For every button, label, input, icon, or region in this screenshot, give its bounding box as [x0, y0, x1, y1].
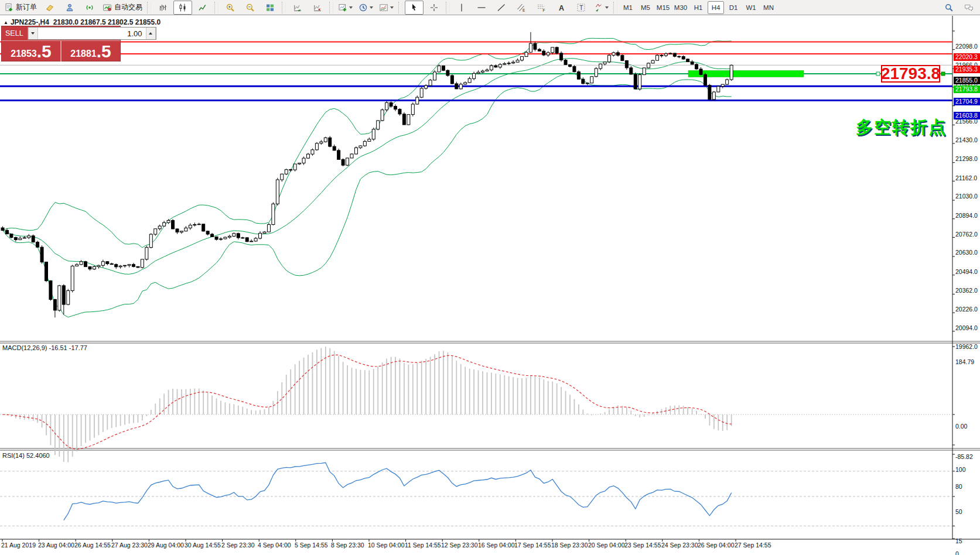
chinese-annotation-text[interactable]: 多空转折点: [842, 116, 947, 139]
candle-body: [542, 51, 545, 55]
candle-body: [503, 64, 506, 64]
time-tick-label: 23 Sep 14:55: [624, 542, 661, 549]
price-annotation-label[interactable]: 21793.8: [881, 65, 940, 83]
candle-body: [560, 53, 563, 60]
periods-button[interactable]: [356, 1, 375, 15]
template-icon: [379, 3, 388, 12]
line-handle[interactable]: [941, 72, 945, 76]
candle-body: [699, 69, 702, 74]
candle-body: [76, 265, 78, 266]
timeframe-h4-button[interactable]: H4: [708, 1, 724, 14]
equidistant-channel-button[interactable]: E: [512, 1, 531, 15]
auto-scroll-button[interactable]: [288, 1, 307, 15]
candle-body: [259, 233, 262, 238]
candle-body: [263, 232, 266, 233]
candle-body: [529, 43, 532, 52]
cursor-button[interactable]: [405, 1, 424, 15]
timeframe-m1-button[interactable]: M1: [620, 1, 636, 14]
vertical-line-button[interactable]: [452, 1, 471, 15]
buy-price[interactable]: 21881.5: [62, 41, 120, 61]
timeframe-d1-button[interactable]: D1: [725, 1, 742, 14]
autotrade-icon: [103, 3, 112, 12]
candle-body: [136, 266, 139, 268]
candle-body: [616, 53, 619, 56]
line-chart-button[interactable]: [193, 1, 212, 15]
toolbar-separator: [329, 2, 333, 13]
bar-chart-button[interactable]: [153, 1, 172, 15]
signals-button[interactable]: [80, 1, 99, 15]
newchart-icon: [338, 3, 347, 12]
horizontal-line-button[interactable]: [472, 1, 491, 15]
candle-body: [189, 225, 192, 228]
new-chart-button[interactable]: [336, 1, 355, 15]
timeframe-w1-button[interactable]: W1: [743, 1, 759, 14]
candle-body: [459, 84, 462, 89]
volume-decrease-button[interactable]: [28, 28, 38, 39]
candle-body: [691, 62, 694, 64]
svg-text:E: E: [523, 8, 525, 12]
candle-body: [254, 238, 257, 241]
candle-body: [276, 180, 279, 204]
time-tick-label: 10 Sep 04:00: [368, 542, 404, 549]
zoom-out-button[interactable]: [241, 1, 259, 15]
dropdown-arrow-icon: [605, 6, 609, 9]
price-badge: 21603.8: [954, 112, 980, 119]
search-button[interactable]: [940, 1, 958, 15]
chat-button[interactable]: [959, 1, 978, 15]
candle-body: [555, 47, 558, 53]
candle-body: [97, 265, 100, 266]
candle-body: [289, 170, 292, 170]
crosshair-button[interactable]: [425, 1, 443, 15]
candle-body: [726, 80, 729, 84]
timeframe-m15-button[interactable]: M15: [655, 1, 671, 14]
chart-canvas[interactable]: [0, 15, 980, 555]
candle-body: [220, 239, 223, 239]
timeframe-m5-button[interactable]: M5: [637, 1, 654, 14]
sell-price[interactable]: 21853.5: [2, 41, 60, 61]
timeframe-mn-button[interactable]: MN: [760, 1, 777, 14]
candle-body: [329, 138, 332, 146]
candle-body: [516, 60, 519, 62]
text-button[interactable]: A: [552, 1, 571, 15]
candle-body: [608, 55, 611, 62]
candle-body: [402, 114, 405, 125]
arrows-button[interactable]: [592, 1, 611, 15]
volume-input[interactable]: [38, 28, 146, 39]
text-label-button[interactable]: T: [572, 1, 590, 15]
candle-body: [71, 266, 74, 290]
zoom-in-button[interactable]: [221, 1, 240, 15]
buy-button[interactable]: BUY: [157, 26, 179, 40]
trendline-button[interactable]: [492, 1, 511, 15]
candle-body: [656, 55, 659, 60]
candle-body: [80, 262, 83, 265]
price-tick-label: 20762.0: [955, 231, 978, 238]
volume-increase-button[interactable]: [146, 28, 156, 39]
candle-body: [385, 102, 388, 109]
eraser-button[interactable]: [40, 1, 59, 15]
candle-body: [721, 84, 724, 86]
collapse-arrow-icon[interactable]: ▲: [4, 20, 8, 25]
tline-icon: [497, 3, 506, 12]
candle-body: [651, 60, 654, 63]
sell-button[interactable]: SELL: [2, 26, 27, 40]
candlestick-button[interactable]: [173, 1, 192, 15]
dropdown-arrow-icon: [349, 6, 353, 9]
line-handle[interactable]: [876, 72, 880, 76]
candle-body: [115, 265, 118, 267]
profile-button[interactable]: [60, 1, 79, 15]
templates-button[interactable]: [377, 1, 396, 15]
chart-shift-button[interactable]: [308, 1, 327, 15]
autotrading-button[interactable]: 自动交易: [100, 1, 145, 15]
timeframe-h1-button[interactable]: H1: [690, 1, 706, 14]
candle-body: [285, 170, 288, 174]
fibonacci-button[interactable]: F: [532, 1, 551, 15]
new-order-button[interactable]: 新订单: [2, 1, 39, 15]
candle-body: [455, 84, 458, 89]
new-order-button-label: 新订单: [16, 2, 37, 12]
candle-body: [215, 237, 218, 239]
candles-icon: [178, 3, 187, 12]
tile-windows-button[interactable]: [261, 1, 279, 15]
candle-body: [40, 247, 43, 262]
timeframe-m30-button[interactable]: M30: [672, 1, 689, 14]
time-tick-label: 30 Aug 14:55: [185, 542, 221, 549]
